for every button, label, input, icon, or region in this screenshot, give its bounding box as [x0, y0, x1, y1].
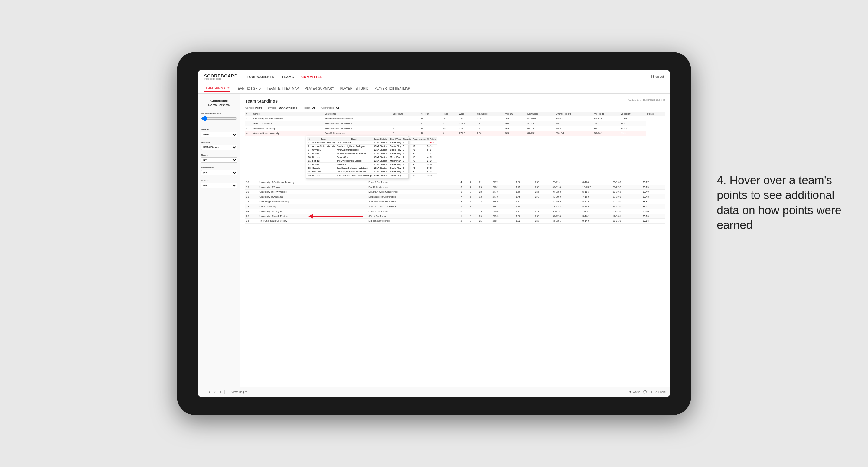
table-row[interactable]: 3 Vanderbilt University Southeastern Con…	[245, 126, 665, 131]
share-button[interactable]: ↗ Share	[655, 391, 666, 394]
points-unc[interactable]: 97.02	[620, 117, 646, 121]
sub-nav-team-h2h-grid[interactable]: TEAM H2H GRID	[236, 86, 261, 91]
sidebar: CommitteePortal Review Minimum Rounds 0 …	[198, 94, 241, 386]
watch-button[interactable]: 👁 Watch	[629, 391, 640, 394]
min-rounds-slider[interactable]	[201, 116, 237, 121]
sub-nav-team-summary[interactable]: TEAM SUMMARY	[204, 85, 230, 92]
toolbar-right: 👁 Watch 💬 ⊞ ↗ Share	[629, 391, 666, 394]
points-asu[interactable]: 79.5	[620, 131, 646, 136]
view-label: View: Original	[231, 391, 248, 394]
tooltip-row: 14 East Ten OFCC Fighting Illini Invitat…	[307, 170, 437, 174]
table-row[interactable]: 22 Mississippi State University Southeas…	[245, 199, 665, 204]
school-label: School	[201, 179, 237, 182]
update-time: Update time: 13/03/2024 10:03:42	[628, 99, 665, 101]
tooltip-row: 12 Univers... Williams Cup NCAA Division…	[307, 163, 437, 166]
division-label: Division	[201, 141, 237, 144]
sub-nav-team-h2h-heatmap[interactable]: TEAM H2H HEATMAP	[267, 86, 299, 91]
filter-region: Region: All	[303, 106, 315, 109]
table-row[interactable]: 1 University of North Carolina Atlantic …	[245, 117, 665, 121]
region-label: Region	[201, 154, 237, 156]
sidebar-region: Region N/A	[201, 154, 237, 163]
col-rank: #	[245, 112, 252, 117]
tablet-screen: SCOREBOARD Powered by clippd TOURNAMENTS…	[198, 70, 670, 397]
filter-division-value: NCAA Division I	[279, 106, 297, 109]
sub-nav-player-summary[interactable]: PLAYER SUMMARY	[305, 86, 334, 91]
table-row[interactable]: 18 University of California, Berkeley Pa…	[245, 180, 665, 185]
sub-nav-player-h2h-heatmap[interactable]: PLAYER H2H HEATMAP	[375, 86, 410, 91]
sub-nav-player-h2h-grid[interactable]: PLAYER H2H GRID	[340, 86, 369, 91]
conference-label: Conference	[201, 166, 237, 169]
points-vandy[interactable]: 90.32	[620, 126, 646, 131]
table-row[interactable]: 23 Duke University Atlantic Coast Confer…	[245, 204, 665, 209]
min-rounds-label: Minimum Rounds	[201, 112, 237, 115]
col-school: School	[252, 112, 324, 117]
expand-button[interactable]: ⊞	[650, 391, 652, 394]
col-overall-record: Overall Record	[555, 112, 593, 117]
sidebar-conference: Conference (All)	[201, 166, 237, 176]
col-conf-rank: Conf Rank	[392, 112, 420, 117]
col-avg-sg: Avg. SG	[504, 112, 527, 117]
annotation-text: 4. Hover over a team's points to see add…	[717, 173, 844, 233]
tooltip-table-inner: # Team Event Event Division Event Type R…	[307, 137, 437, 177]
tooltip-row: 15 Univers... 2023 Sahalee Players Champ…	[307, 174, 437, 177]
nav-committee[interactable]: COMMITTEE	[301, 74, 323, 80]
sub-nav: TEAM SUMMARY TEAM H2H GRID TEAM H2H HEAT…	[198, 84, 670, 94]
undo-button[interactable]: ↩	[202, 391, 205, 394]
table-row[interactable]: 2 Auburn University Southeastern Confere…	[245, 121, 665, 126]
annotation-area: 4. Hover over a team's points to see add…	[717, 173, 844, 233]
table-row[interactable]: 20 University of New Mexico Mountain Wes…	[245, 190, 665, 194]
share-icon: ↗	[655, 391, 657, 394]
col-no-tour: No Tour	[420, 112, 442, 117]
nav-teams[interactable]: TEAMS	[282, 74, 294, 80]
col-adj-score: Adj. Score	[476, 112, 504, 117]
top-nav: SCOREBOARD Powered by clippd TOURNAMENTS…	[198, 70, 670, 84]
tooltip-row: 9 Univers... National Invitational Tourn…	[307, 152, 437, 155]
col-vs-top25: Vs Top 25	[593, 112, 620, 117]
nav-items: TOURNAMENTS TEAMS COMMITTEE	[247, 74, 651, 80]
share-label: Share	[658, 391, 666, 394]
tooltip-row: 7 Arizona State University Southern High…	[307, 145, 437, 148]
svg-marker-1	[309, 214, 313, 219]
gender-select[interactable]: Men's	[201, 132, 237, 137]
filter-region-value: All	[312, 106, 315, 109]
comment-button[interactable]: 💬	[643, 391, 647, 394]
table-row-highlighted[interactable]: 4 Arizona State University Pac-12 Confer…	[245, 131, 665, 136]
red-arrow	[306, 210, 366, 222]
sidebar-division: Division NCAA Division I	[201, 141, 237, 150]
table-row[interactable]: 21 University of Alabama Southeastern Co…	[245, 194, 665, 199]
table-row[interactable]: 19 University of Texas Big 12 Conference…	[245, 185, 665, 190]
col-wins: Wins	[458, 112, 476, 117]
sign-out-link[interactable]: | Sign out	[651, 75, 664, 78]
sidebar-gender: Gender Men's	[201, 128, 237, 137]
redo-button[interactable]: ↪	[208, 391, 210, 394]
content-title: Team Standings	[245, 99, 278, 103]
main-content: CommitteePortal Review Minimum Rounds 0 …	[198, 94, 670, 386]
tooltip-row: 6 Arizona State University Cato Collegia…	[307, 141, 437, 145]
tooltip-row: 13 Georgia Ben Hogan Collegiate Invitati…	[307, 166, 437, 170]
tablet-device: SCOREBOARD Powered by clippd TOURNAMENTS…	[177, 52, 691, 415]
watch-icon: 👁	[629, 391, 632, 394]
school-select[interactable]: (All)	[201, 183, 237, 188]
watch-label: Watch	[633, 391, 640, 394]
filters-row: Gender: Men's Division: NCAA Division I …	[245, 106, 665, 109]
filter-gender-value: Men's	[255, 106, 262, 109]
division-select[interactable]: NCAA Division I	[201, 145, 237, 150]
nav-tournaments[interactable]: TOURNAMENTS	[247, 74, 274, 80]
sidebar-title: CommitteePortal Review	[201, 99, 237, 107]
tooltip-row: 10 Univers... Copper Cup NCAA Division I…	[307, 155, 437, 159]
col-conference: Conference	[323, 112, 392, 117]
logo-area: SCOREBOARD Powered by clippd	[204, 73, 238, 80]
sidebar-min-rounds: Minimum Rounds 0	[201, 112, 237, 125]
settings-button[interactable]: ⚙	[213, 391, 216, 394]
bottom-toolbar: ↩ ↪ ⚙ ⊞ | ☰ View: Original 👁 Watch 💬 ⊞ ↗…	[198, 386, 670, 397]
tooltip-row: 8 Univers... Amer An Intercollegiate NCA…	[307, 148, 437, 152]
col-rnds: Rnds	[442, 112, 458, 117]
tooltip-row: 11 Florida I The Cypress Point Classic N…	[307, 159, 437, 163]
copy-button[interactable]: ⊞	[219, 391, 221, 394]
region-select[interactable]: N/A	[201, 157, 237, 163]
standings-table: # School Conference Conf Rank No Tour Rn…	[245, 112, 665, 136]
conference-select[interactable]: (All)	[201, 170, 237, 176]
view-original-button[interactable]: ☰ View: Original	[228, 391, 248, 394]
points-auburn[interactable]: 93.31	[620, 121, 646, 126]
filter-division: Division: NCAA Division I	[268, 106, 297, 109]
